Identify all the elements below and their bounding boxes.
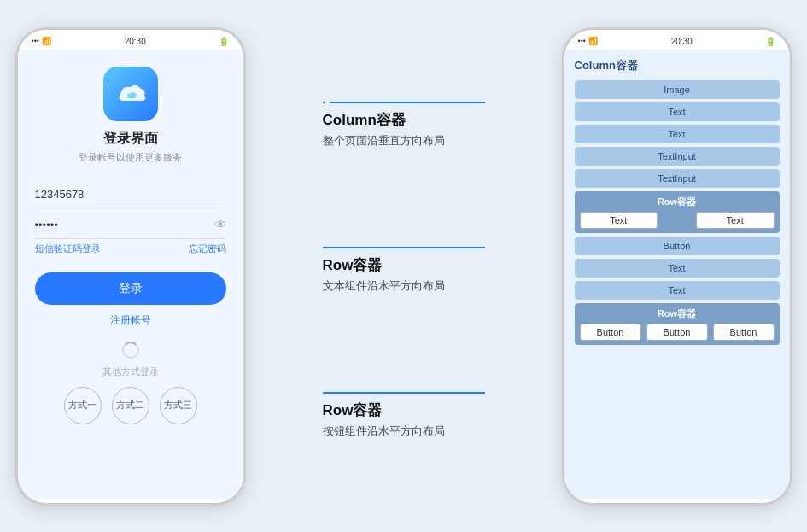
row-cell-text1: Text <box>580 212 658 229</box>
link-row: 短信验证码登录 忘记密码 <box>35 243 226 255</box>
time-right: 20:30 <box>671 37 693 46</box>
row-cell-text2: Text <box>696 212 775 229</box>
signal-area: ••• 📶 <box>32 37 51 45</box>
text-block-4: Text <box>575 281 780 300</box>
method3-button[interactable]: 方式三 <box>160 387 197 424</box>
annotation-top: Column容器 整个页面沿垂直方向布局 <box>323 102 485 149</box>
row-cell-btn1: Button <box>580 324 641 341</box>
app-icon <box>103 67 158 121</box>
wifi-icon: 📶 <box>42 37 51 45</box>
main-container: ••• 📶 20:30 🔋 登录界面 登录帐号以使用更多服务 👁︎ 短信 <box>7 10 801 523</box>
row-container-middle-label: Row容器 <box>580 196 775 208</box>
row-cell-btn3: Button <box>713 324 775 341</box>
wifi-icon-right: 📶 <box>588 37 598 45</box>
method1-button[interactable]: 方式一 <box>64 387 102 424</box>
annotation-bottom-title: Row容器 <box>323 400 485 420</box>
status-bar-right: ••• 📶 20:30 🔋 <box>564 30 790 50</box>
row-cell-btn2: Button <box>646 324 708 341</box>
loading-spinner <box>122 342 139 359</box>
password-row: 👁︎ <box>35 212 226 239</box>
other-login-text: 其他方式登录 <box>102 365 159 378</box>
text-block-1: Text <box>575 102 780 121</box>
battery-icon-right: 🔋 <box>765 37 775 46</box>
textinput-block-1: TextInput <box>575 147 780 166</box>
annotation-bottom-desc: 按钮组件沿水平方向布局 <box>323 424 485 439</box>
image-block: Image <box>575 80 780 99</box>
app-logo-svg <box>114 77 148 111</box>
phone-left: ••• 📶 20:30 🔋 登录界面 登录帐号以使用更多服务 👁︎ 短信 <box>15 27 246 506</box>
phone-left-content: 登录界面 登录帐号以使用更多服务 👁︎ 短信验证码登录 忘记密码 登录 注册帐号… <box>18 50 243 499</box>
row-container-middle: Row容器 Text Text <box>575 191 780 233</box>
register-link[interactable]: 注册帐号 <box>110 313 151 328</box>
login-title: 登录界面 <box>103 130 158 148</box>
row-container-bottom: Row容器 Button Button Button <box>575 303 780 345</box>
row-inner-bottom: Button Button Button <box>580 324 775 341</box>
status-bar-left: ••• 📶 20:30 🔋 <box>18 30 243 50</box>
method-row: 方式一 方式二 方式三 <box>64 387 197 424</box>
phone-right-content: Column容器 Image Text Text TextInput TextI… <box>564 50 790 499</box>
middle-annotations: Column容器 整个页面沿垂直方向布局 Row容器 文本组件沿水平方向布局 R… <box>314 44 494 488</box>
signal-icon: ••• <box>32 37 39 45</box>
text-block-2: Text <box>575 125 780 143</box>
forgot-password-link[interactable]: 忘记密码 <box>189 243 226 255</box>
annotation-top-desc: 整个页面沿垂直方向布局 <box>323 133 485 149</box>
annotation-middle-desc: 文本组件沿水平方向布局 <box>323 278 485 294</box>
login-subtitle: 登录帐号以使用更多服务 <box>79 151 182 164</box>
annotation-bottom: Row容器 按钮组件沿水平方向布局 <box>323 392 485 439</box>
annotation-middle: Row容器 文本组件沿水平方向布局 <box>323 247 485 294</box>
time-left: 20:30 <box>125 37 146 46</box>
button-block: Button <box>575 237 780 255</box>
username-input[interactable] <box>35 181 226 208</box>
column-label: Column容器 <box>575 58 780 73</box>
annotation-top-title: Column容器 <box>323 110 485 130</box>
login-button[interactable]: 登录 <box>35 272 226 305</box>
sms-login-link[interactable]: 短信验证码登录 <box>35 243 101 255</box>
textinput-block-2: TextInput <box>575 169 780 188</box>
method2-button[interactable]: 方式二 <box>112 387 149 424</box>
phone-right: ••• 📶 20:30 🔋 Column容器 Image Text Text T… <box>562 27 792 506</box>
signal-area-right: ••• 📶 <box>578 37 598 45</box>
password-input[interactable] <box>35 212 214 238</box>
eye-icon[interactable]: 👁︎ <box>214 218 226 231</box>
row-container-bottom-label: Row容器 <box>580 307 775 320</box>
row-inner-middle: Text Text <box>580 212 775 229</box>
text-block-3: Text <box>575 259 780 278</box>
annotation-middle-title: Row容器 <box>323 255 485 275</box>
signal-icon-right: ••• <box>578 37 586 45</box>
battery-icon: 🔋 <box>219 37 229 46</box>
